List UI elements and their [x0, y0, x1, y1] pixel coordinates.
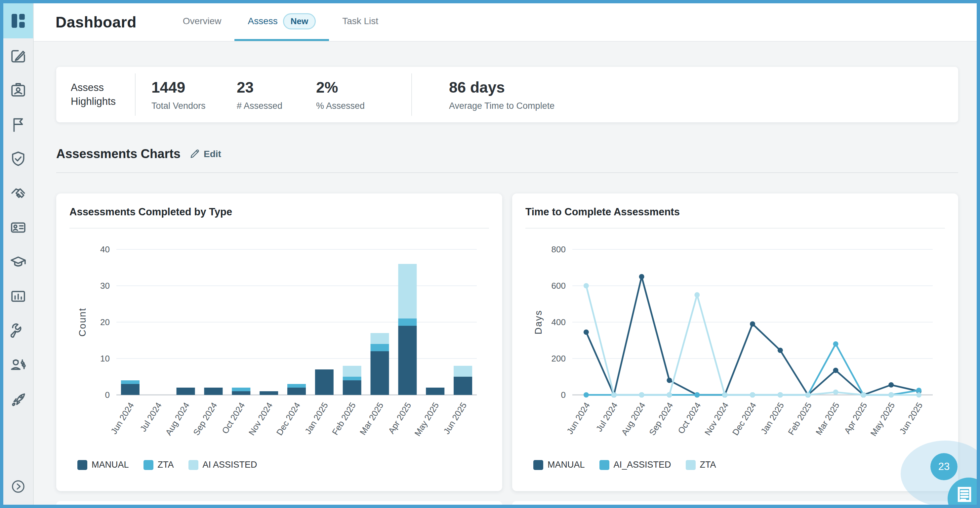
legend-item[interactable]: MANUAL: [533, 460, 585, 470]
sidebar-spacer: [3, 417, 33, 468]
legend-label: MANUAL: [92, 460, 129, 470]
assessment-edit-icon: [11, 48, 26, 63]
legend-label: ZTA: [158, 460, 174, 470]
svg-text:Count: Count: [77, 307, 88, 336]
assessments-charts-heading: Assessments Charts Edit: [56, 147, 958, 161]
content-area: Assess Highlights 1449 Total Vendors 23 …: [34, 42, 977, 505]
svg-text:Jun 2025: Jun 2025: [441, 401, 469, 436]
sidebar-item-security[interactable]: [3, 142, 33, 176]
sidebar-item-reports[interactable]: [3, 279, 33, 314]
legend-chip: [143, 460, 153, 470]
charts-row: Assessments Completed by Type 010203040C…: [56, 193, 958, 491]
legend-label: AI ASSISTED: [203, 460, 257, 470]
launch-rocket-icon: [11, 392, 26, 407]
svg-text:200: 200: [552, 354, 566, 363]
card-divider: [525, 228, 945, 229]
divider: [135, 73, 135, 116]
time-to-complete-chart[interactable]: 0200400600800DaysJun 2024Jul 2024Aug 202…: [525, 231, 945, 451]
svg-text:Jun 2025: Jun 2025: [897, 401, 924, 436]
svg-text:May 2025: May 2025: [412, 401, 441, 438]
svg-text:30: 30: [100, 281, 110, 291]
stat-num-assessed: 23 # Assessed: [237, 78, 316, 111]
divider: [411, 73, 412, 116]
svg-text:Oct 2024: Oct 2024: [220, 401, 247, 435]
svg-text:Jun 2024: Jun 2024: [109, 401, 136, 436]
contact-card-icon: [11, 220, 26, 235]
svg-text:10: 10: [100, 354, 110, 363]
sidebar-item-dashboard[interactable]: [3, 3, 33, 38]
tools-wrench-icon: [11, 323, 26, 338]
legend-item[interactable]: AI ASSISTED: [188, 460, 257, 470]
svg-text:600: 600: [552, 281, 566, 291]
bar-chart-legend: MANUALZTAAI ASSISTED: [77, 460, 489, 470]
edit-charts-button[interactable]: Edit: [189, 149, 221, 159]
dashboard-icon: [11, 13, 26, 29]
svg-text:Mar 2025: Mar 2025: [358, 401, 385, 436]
sidebar-item-tools[interactable]: [3, 314, 33, 348]
tab-task-list[interactable]: Task List: [329, 3, 391, 41]
sidebar-item-assessment-editor[interactable]: [3, 38, 33, 73]
page-title: Dashboard: [56, 13, 137, 31]
sidebar-item-training[interactable]: [3, 245, 33, 279]
svg-text:0: 0: [561, 390, 566, 400]
flag-icon: [11, 117, 26, 132]
new-badge: New: [283, 13, 316, 29]
svg-text:Nov 2024: Nov 2024: [703, 401, 730, 437]
legend-item[interactable]: ZTA: [686, 460, 716, 470]
sidebar-item-vendors[interactable]: [3, 73, 33, 107]
legend-chip: [77, 460, 87, 470]
app-window: Dashboard Overview Assess New Task List …: [0, 0, 980, 508]
svg-text:Sep 2024: Sep 2024: [647, 401, 675, 437]
legend-chip: [533, 460, 543, 470]
highlights-title: Assess Highlights: [56, 81, 135, 108]
svg-text:Jan 2025: Jan 2025: [303, 401, 330, 436]
legend-item[interactable]: AI_ASSISTED: [600, 460, 671, 470]
svg-text:400: 400: [552, 317, 566, 327]
legend-chip: [686, 460, 696, 470]
card-top-edge: [56, 501, 502, 505]
svg-text:Aug 2024: Aug 2024: [163, 401, 191, 437]
stat-pct-assessed: 2% % Assessed: [316, 78, 401, 111]
svg-text:Jan 2025: Jan 2025: [759, 401, 786, 436]
svg-text:Apr 2025: Apr 2025: [842, 401, 869, 435]
tab-overview[interactable]: Overview: [170, 3, 235, 41]
svg-text:Feb 2025: Feb 2025: [330, 401, 358, 436]
stat-total-vendors: 1449 Total Vendors: [151, 78, 237, 111]
card-divider: [70, 228, 489, 229]
svg-text:Sep 2024: Sep 2024: [191, 401, 219, 437]
next-cards-row: [56, 501, 958, 505]
sidebar: [3, 3, 34, 505]
sidebar-item-admin[interactable]: [3, 348, 33, 382]
sidebar-expand-button[interactable]: [3, 468, 33, 505]
legend-item[interactable]: MANUAL: [77, 460, 129, 470]
svg-text:20: 20: [100, 317, 110, 327]
admin-user-gears-icon: [11, 358, 26, 373]
svg-text:Feb 2025: Feb 2025: [786, 401, 814, 436]
tab-assess[interactable]: Assess New: [234, 3, 329, 41]
svg-text:800: 800: [552, 244, 566, 254]
sidebar-item-flags[interactable]: [3, 107, 33, 142]
svg-text:Jul 2024: Jul 2024: [594, 401, 620, 433]
svg-text:Jun 2024: Jun 2024: [565, 401, 592, 436]
fab-count-badge[interactable]: 23: [931, 453, 958, 480]
bar-chart-card: Assessments Completed by Type 010203040C…: [56, 193, 502, 491]
line-chart-card: Time to Complete Assessments 02004006008…: [512, 193, 958, 491]
reports-chart-icon: [11, 289, 26, 304]
sidebar-item-contacts[interactable]: [3, 210, 33, 245]
section-divider: [56, 172, 958, 173]
sidebar-item-launch[interactable]: [3, 382, 33, 417]
tab-bar: Overview Assess New Task List: [170, 3, 391, 41]
legend-chip: [188, 460, 198, 470]
svg-text:Nov 2024: Nov 2024: [247, 401, 274, 437]
vendor-badge-icon: [11, 82, 26, 97]
legend-label: MANUAL: [547, 460, 585, 470]
pencil-icon: [189, 149, 200, 159]
assessments-by-type-chart[interactable]: 010203040CountJun 2024Jul 2024Aug 2024Se…: [70, 231, 489, 451]
section-title: Assessments Charts: [56, 147, 181, 161]
svg-text:May 2025: May 2025: [868, 401, 897, 438]
svg-text:Dec 2024: Dec 2024: [274, 401, 302, 437]
sidebar-item-partners[interactable]: [3, 176, 33, 210]
svg-text:Days: Days: [533, 310, 544, 334]
legend-item[interactable]: ZTA: [143, 460, 174, 470]
expand-chevron-icon: [11, 479, 25, 494]
